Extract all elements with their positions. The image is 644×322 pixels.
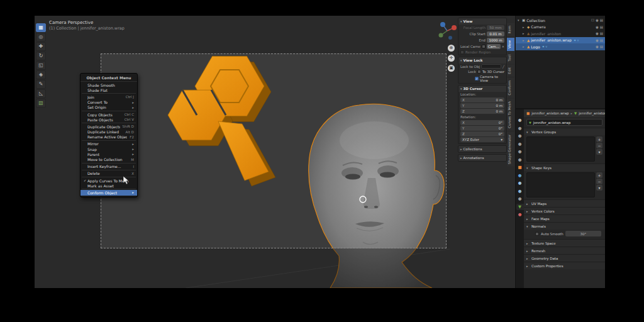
sidebar-tab-curves-to-mesh[interactable]: Curves To Mesh — [507, 99, 514, 131]
properties-tab-particles[interactable]: ● — [516, 180, 524, 186]
vertex-groups-listbox[interactable] — [526, 136, 595, 162]
panel-view-lock-header[interactable]: ▾View Lock — [458, 57, 506, 64]
menu-item-set-origin[interactable]: Set Origin▸ — [80, 105, 137, 110]
cursor-rotation-z[interactable]: Z0° — [460, 131, 504, 136]
auto-smooth-angle-slider[interactable]: 30° — [565, 231, 601, 236]
disclosure-icon[interactable]: ▸ — [523, 45, 526, 48]
exclude-checkbox[interactable]: ☐ — [591, 18, 594, 22]
menu-item-convert-to[interactable]: Convert To▸ — [80, 100, 137, 105]
rotation-mode-dropdown[interactable]: XYZ Euler▾ — [460, 137, 504, 142]
properties-tab-world[interactable]: ● — [516, 157, 524, 163]
section-normals[interactable]: ▾Normals — [524, 222, 605, 230]
shape-keys-add-button[interactable]: + — [596, 172, 602, 178]
zoom-button[interactable]: ⊕ — [448, 45, 455, 52]
menu-item-duplicate-objects[interactable]: Duplicate ObjectsShift D — [80, 124, 137, 129]
focal-length-field[interactable]: 50 mm — [487, 25, 504, 30]
shape-keys-listbox[interactable] — [526, 172, 595, 197]
local-camera-field[interactable]: Cam... — [487, 44, 501, 49]
eye-toggle-icon[interactable]: ◉ — [596, 18, 599, 22]
sidebar-tab-tool[interactable]: Tool — [507, 52, 514, 64]
tool-scale-button[interactable]: ◱ — [36, 61, 46, 70]
camera-visibility-icon[interactable]: ▤ — [600, 18, 603, 22]
menu-item-shade-flat[interactable]: Shade Flat — [80, 87, 137, 92]
properties-tab-material[interactable]: ● — [516, 211, 524, 218]
navigation-gizmo[interactable] — [436, 19, 458, 42]
section-geometry-data[interactable]: ▸Geometry Data — [524, 254, 605, 262]
section-vertex-colors[interactable]: ▸Vertex Colors — [524, 207, 605, 214]
outliner-row-jennifer-aniston[interactable]: ▸▲jennifer_aniston◉▤ — [516, 30, 605, 37]
outliner-row-jennifer-aniston-wrap[interactable]: ▸▲jennifer_aniston.wrap✶ ▿◉▤ — [516, 37, 605, 44]
render-region-checkbox[interactable] — [460, 50, 464, 54]
section-vertex-groups[interactable]: ▾Vertex Groups — [524, 128, 605, 135]
disclosure-icon[interactable]: ▸ — [523, 38, 526, 42]
viewport-3d[interactable]: Camera Perspective (1) Collection | jenn… — [35, 16, 514, 288]
auto-smooth-checkbox[interactable] — [535, 232, 539, 236]
menu-item-move-to-collection[interactable]: Move to CollectionM — [80, 157, 137, 162]
gizmo-z-axis[interactable] — [440, 22, 445, 27]
properties-tab-output[interactable]: ● — [516, 133, 524, 139]
properties-tab-object-data[interactable]: ▼ — [516, 204, 524, 210]
section-remesh[interactable]: ▸Remesh — [524, 247, 605, 254]
cursor-rotation-x[interactable]: X0° — [460, 120, 504, 125]
cursor-location-y[interactable]: Y0 m — [460, 103, 504, 108]
tool-annotate-button[interactable]: ✎ — [36, 80, 46, 89]
section-uv-maps[interactable]: ▸UV Maps — [524, 199, 605, 207]
panel-annotations[interactable]: ▸Annotations — [458, 154, 507, 162]
properties-tab-constraints[interactable]: ● — [516, 196, 524, 202]
outliner-row-camera[interactable]: ▸◆Camera◉▤ — [516, 24, 605, 31]
properties-tab-render[interactable]: ● — [516, 125, 524, 131]
menu-item-delete[interactable]: DeleteX — [80, 171, 137, 176]
gizmo-neg-axis[interactable] — [448, 36, 452, 40]
properties-tab-physics[interactable]: ● — [516, 188, 524, 194]
breadcrumb-object[interactable]: jennifer_aniston.wrap — [531, 111, 569, 115]
camera-visibility-icon[interactable]: ▤ — [600, 45, 603, 48]
camera-visibility-icon[interactable]: ▤ — [600, 31, 603, 35]
shape-keys-remove-button[interactable]: − — [596, 179, 602, 184]
menu-item-parent[interactable]: Parent▸ — [80, 152, 137, 157]
menu-item-conform-object[interactable]: Conform Object▸ — [80, 190, 137, 195]
outliner-row-collection[interactable]: ▾▣Collection☐◉▤ — [516, 17, 605, 24]
tool-select-box-button[interactable]: ▦ — [36, 23, 46, 32]
lock-to-object-field[interactable] — [481, 64, 502, 69]
section-face-maps[interactable]: ▸Face Maps — [524, 214, 605, 222]
menu-item-shade-smooth[interactable]: Shade Smooth — [80, 82, 137, 87]
tool-rotate-button[interactable]: ↻ — [36, 52, 46, 60]
properties-tab-modifiers[interactable]: ● — [516, 172, 524, 179]
sidebar-tab-view[interactable]: View — [507, 38, 514, 51]
properties-tab-tool[interactable]: ● — [516, 117, 524, 123]
pan-button[interactable]: ✛ — [448, 55, 455, 62]
panel-collections[interactable]: ▸Collections — [458, 145, 507, 153]
tool-add-cube-button[interactable]: ▧ — [36, 99, 46, 108]
local-camera-checkbox[interactable] — [482, 45, 486, 48]
head-object[interactable] — [309, 104, 444, 288]
disclosure-icon[interactable]: ▾ — [518, 18, 521, 22]
mesh-name-field[interactable]: ▼ jennifer_aniston.wrap — [526, 119, 602, 126]
menu-item-duplicate-linked[interactable]: Duplicate LinkedAlt D — [80, 130, 137, 135]
tool-transform-button[interactable]: ◈ — [36, 70, 46, 79]
sidebar-tab-shape-generator[interactable]: Shape Generator — [507, 132, 514, 167]
sidebar-tab-item[interactable]: Item — [507, 23, 514, 36]
outliner-row-logo[interactable]: ▸▲Logo✶ ▿◉▤ — [516, 43, 605, 50]
cursor-location-x[interactable]: X0 m — [460, 97, 504, 103]
clip-start-field[interactable]: 0.01 m — [487, 31, 504, 36]
menu-item-rename-active-object[interactable]: Rename Active Object...F2 — [80, 135, 137, 140]
to-3d-cursor-checkbox[interactable] — [477, 70, 481, 74]
breadcrumb-mesh-data[interactable]: jennifer_aniston.wrap — [579, 111, 605, 115]
sidebar-tab-edit[interactable]: Edit — [507, 65, 514, 77]
section-shape-keys[interactable]: ▾Shape Keys — [524, 164, 605, 171]
eye-toggle-icon[interactable]: ◉ — [596, 25, 599, 29]
properties-tab-object[interactable]: ■ — [516, 164, 524, 170]
menu-item-insert-keyframe[interactable]: Insert Keyframe...I — [80, 164, 137, 169]
disclosure-icon[interactable]: ▸ — [523, 31, 526, 35]
eye-toggle-icon[interactable]: ◉ — [596, 31, 599, 35]
camera-view-button[interactable]: ▣ — [448, 65, 455, 72]
properties-tab-view-layer[interactable]: ● — [516, 141, 524, 147]
properties-tab-scene[interactable]: ● — [516, 148, 524, 155]
section-custom-properties[interactable]: ▸Custom Properties — [524, 262, 605, 269]
menu-item-copy-objects[interactable]: Copy ObjectsCtrl C — [80, 112, 137, 117]
camera-visibility-icon[interactable]: ▤ — [600, 38, 603, 42]
gizmo-y-axis[interactable] — [439, 33, 443, 38]
tool-cursor-button[interactable]: ◎ — [36, 33, 46, 42]
tool-measure-button[interactable]: ◺ — [36, 89, 46, 98]
eye-toggle-icon[interactable]: ◉ — [596, 45, 599, 48]
